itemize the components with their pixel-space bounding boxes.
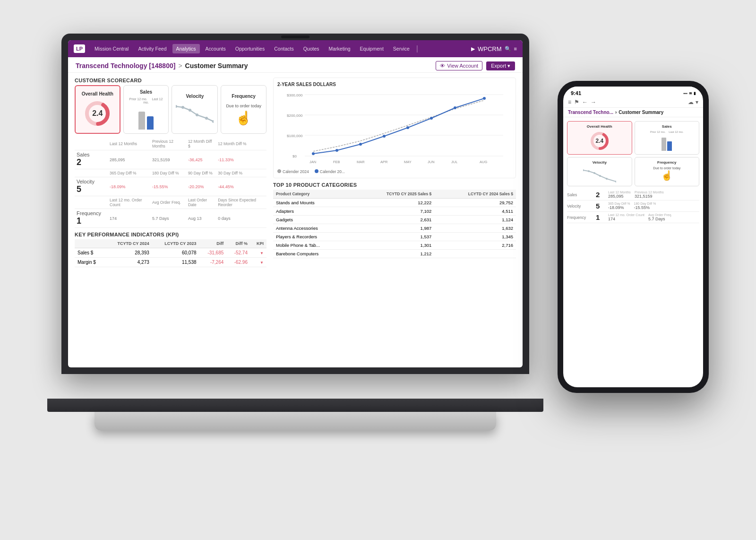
phone-sales-subs: Last 12 Months 285,095 Previous 12 Month…	[608, 191, 664, 199]
top-navigation: LP Mission Central Activity Feed Analyti…	[68, 40, 523, 57]
svg-text:AUG: AUG	[480, 160, 487, 164]
nav-service[interactable]: Service	[389, 44, 413, 53]
phone-last12-val: 285,095	[608, 194, 631, 199]
nav-mission-central[interactable]: Mission Central	[91, 44, 132, 53]
nav-analytics[interactable]: Analytics	[172, 44, 200, 53]
phone-365-label: 365 Day Diff %	[608, 202, 630, 205]
phone-order-count-label: Last 12 mo. Order Count	[608, 213, 644, 217]
product-tcytd-val: 2,631	[353, 216, 435, 224]
phone-velocity-subs: 365 Day Diff % -18.09% 180 Day Diff % -1…	[608, 202, 656, 210]
table-row: Stands and Mounts 12,222 29,752	[273, 199, 516, 207]
nav-quotes[interactable]: Quotes	[300, 44, 323, 53]
laptop-body: LP Mission Central Activity Feed Analyti…	[61, 34, 529, 374]
nav-marketing[interactable]: Marketing	[325, 44, 354, 53]
freq-avg-freq-header: Avg Order Freq.	[150, 196, 186, 209]
phone-velocity-chart	[583, 166, 616, 183]
nav-activity-feed[interactable]: Activity Feed	[134, 44, 170, 53]
svg-text:$100,000: $100,000	[287, 134, 303, 138]
product-col-lcytd: LCYTD CY 2024 Sales $	[434, 190, 516, 199]
breadcrumb-account-link[interactable]: Transcend Technology [148800]	[76, 62, 175, 70]
legend-2025: Calender 20...	[315, 169, 345, 174]
phone-last-label: Last 12 mo.	[669, 131, 683, 133]
prior-bar	[138, 112, 145, 130]
nav-accounts[interactable]: Accounts	[202, 44, 230, 53]
export-button[interactable]: Export ▾	[486, 61, 515, 70]
frequency-card: Frequency Due to order today ☝	[221, 85, 266, 134]
phone-breadcrumb-account[interactable]: Transcend Techno...	[568, 110, 613, 115]
back-icon[interactable]: ←	[582, 99, 588, 105]
phone-content: Overall Health 2.4 Sales	[563, 117, 703, 387]
kpi-margin-diff-pct: -62.96	[226, 258, 250, 267]
nav-opportunities[interactable]: Opportunities	[232, 44, 268, 53]
nav-equipment[interactable]: Equipment	[356, 44, 387, 53]
product-lcytd-val	[434, 250, 516, 258]
freq-order-count-val: 174	[108, 209, 150, 228]
phone-prior-label: Prior 12 mo.	[650, 131, 666, 133]
svg-point-20	[406, 126, 409, 129]
svg-text:FEB: FEB	[333, 160, 340, 164]
phone-sales-bar	[662, 134, 672, 151]
hand-pointer-icon: ☝	[235, 110, 252, 126]
filter-icon[interactable]: ⚑	[574, 99, 579, 105]
phone-nav-dropdown[interactable]: ▾	[696, 99, 698, 105]
nav-logo: LP	[74, 44, 85, 53]
product-category-name: Stands and Mounts	[273, 199, 353, 207]
kpi-margin-name: Margin $	[75, 258, 105, 267]
legend-2024: Calender 2024	[277, 169, 309, 174]
cloud-icon[interactable]: ☁	[688, 99, 694, 105]
freq-avg-freq-val: 5.7 Days	[150, 209, 186, 228]
hamburger-icon[interactable]: ≡	[568, 99, 571, 105]
battery-icon: ▮	[694, 91, 696, 96]
overall-health-value: 2.4	[92, 109, 103, 118]
sales-prev12-header: Previous 12 Months	[150, 138, 186, 150]
metrics-section: Last 12 Months Previous 12 Months 12 Mon…	[75, 138, 266, 228]
vel-90-val: -20.20%	[186, 177, 216, 196]
velocity-metric-name: Velocity	[77, 179, 106, 184]
phone-prev12-label: Previous 12 Months	[635, 191, 664, 194]
kpi-col-kpi: KPI	[250, 239, 266, 248]
table-row: Mobile Phone & Tab... 1,301 2,716	[273, 241, 516, 250]
phone-screen: 9:41 ▪▪▪ ≋ ▮ ≡ ⚑ ← → ☁ ▾ Trans	[563, 87, 703, 387]
menu-icon[interactable]: ≡	[514, 46, 517, 52]
velocity-line-chart	[176, 102, 214, 125]
breadcrumb: Transcend Technology [148800] > Customer…	[76, 62, 248, 70]
laptop-notch	[281, 35, 309, 38]
freq-order-count-header: Last 12 mo. Order Count	[108, 196, 150, 209]
product-table: Product Category TCYTD CY 2025 Sales $ L…	[273, 190, 516, 258]
kpi-col-name	[75, 239, 105, 248]
sales-bar-chart	[138, 106, 154, 130]
vel-365-header: 365 Day Diff %	[108, 169, 150, 177]
main-content: CUSTOMER SCORECARD Overall Health	[68, 73, 523, 367]
product-tcytd-val: 1,537	[353, 233, 435, 241]
nav-contacts[interactable]: Contacts	[270, 44, 297, 53]
phone-breadcrumb-page: Customer Summary	[619, 110, 663, 115]
forward-icon[interactable]: →	[591, 99, 596, 105]
frequency-card-title: Frequency	[232, 94, 256, 99]
svg-text:JUL: JUL	[451, 160, 457, 164]
sales-chart-container: 2-YEAR SALES DOLLARS $300,000 $200,000	[273, 78, 516, 178]
product-table-section: TOP 10 PRODUCT CATEGORIES Product Catego…	[273, 182, 516, 258]
product-tcytd-val: 1,301	[353, 241, 435, 250]
phone-velocity-card: Velocity	[567, 157, 632, 186]
phone-avg-freq-val: 5.7 Days	[648, 217, 672, 221]
chart-title: 2-YEAR SALES DOLLARS	[277, 82, 512, 87]
product-category-name: Barebone Computers	[273, 250, 353, 258]
kpi-sales-tcytd: 28,393	[105, 248, 152, 258]
phone-avg-freq-label: Avg Order Freq.	[648, 213, 672, 217]
search-icon[interactable]: 🔍	[505, 46, 511, 52]
frequency-metric-name: Frequency	[77, 210, 106, 216]
svg-text:$200,000: $200,000	[287, 113, 303, 118]
product-category-name: Adapters	[273, 207, 353, 216]
table-row: Margin $ 4,273 11,538 -7,264 -62.96 ▼	[75, 258, 266, 267]
frequency-metric-value: 1	[77, 216, 106, 226]
kpi-col-diff-pct: Diff %	[226, 239, 250, 248]
phone-365-val: -18.09%	[608, 205, 630, 210]
view-account-button[interactable]: 👁 View Account	[436, 61, 482, 70]
phone-health-donut: 2.4	[589, 131, 610, 151]
vel-180-val: -15.55%	[150, 177, 186, 196]
prior-12mo-label: Prior 12 mo.	[129, 97, 147, 101]
sales-metric-name: Sales	[77, 152, 106, 157]
frequency-due-label: Due to order today	[226, 104, 261, 108]
phone-scorecard-grid: Overall Health 2.4 Sales	[567, 121, 699, 186]
phone-breadcrumb-sep: ›	[615, 110, 617, 115]
